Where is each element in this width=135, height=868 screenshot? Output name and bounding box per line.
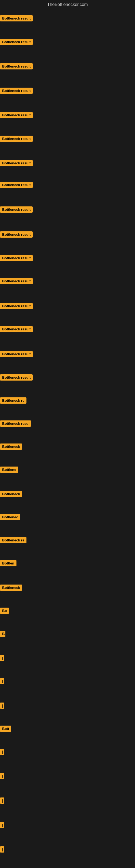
bottleneck-badge: Bottleneck re [0, 397, 27, 404]
bottleneck-badge: | [0, 798, 4, 804]
bottleneck-item: Bottlen [0, 560, 16, 567]
bottleneck-badge: Bottleneck re [0, 537, 27, 543]
bottleneck-item: Bottleneck result [0, 231, 33, 239]
bottleneck-badge: Bottleneck result [0, 278, 33, 284]
bottleneck-badge: | [0, 846, 4, 852]
bottleneck-badge: Bottleneck result [0, 135, 33, 142]
bottleneck-badge: | [0, 773, 4, 779]
bottleneck-badge: Bottlene [0, 467, 18, 473]
bottleneck-item: Bottleneck result [0, 255, 33, 262]
bottleneck-item: | [0, 846, 4, 854]
bottleneck-item: Bottleneck result [0, 15, 33, 23]
bottleneck-item: | [0, 773, 4, 780]
bottleneck-item: Bottleneck result [0, 326, 33, 333]
bottleneck-badge: Bottleneck result [0, 255, 33, 261]
bottleneck-item: Bottleneck re [0, 397, 27, 405]
bottleneck-item: | [0, 678, 4, 685]
site-title: TheBottlenecker.com [0, 0, 135, 9]
bottleneck-badge: Bottleneck [0, 585, 22, 591]
bottleneck-item: Bottleneck result [0, 351, 33, 358]
bottleneck-item: Bottleneck result [0, 39, 33, 46]
bottleneck-item: Bottleneck [0, 491, 22, 498]
bottleneck-badge: Bottleneck result [0, 374, 33, 380]
bottleneck-item: Bottleneck result [0, 374, 33, 382]
bottleneck-badge: Bottlenec [0, 514, 20, 520]
bottleneck-badge: Bott [0, 725, 11, 732]
bottleneck-badge: | [0, 678, 4, 684]
bottleneck-item: Bottleneck result [0, 88, 33, 95]
bottleneck-item: Bottleneck result [0, 112, 33, 119]
bottleneck-item: Bott [0, 725, 11, 733]
bottleneck-item: Bottleneck re [0, 537, 27, 545]
bottleneck-badge: Bottleneck result [0, 63, 33, 69]
bottleneck-item: | [0, 703, 4, 710]
bottleneck-item: Bottlenec [0, 514, 20, 521]
bottleneck-item: Bottlene [0, 467, 18, 474]
bottleneck-badge: | [0, 749, 4, 755]
bottleneck-item: | [0, 655, 4, 662]
bottleneck-item: Bottleneck result [0, 63, 33, 70]
bottleneck-badge: Bottleneck result [0, 326, 33, 332]
bottleneck-badge: | [0, 655, 4, 661]
bottleneck-badge: Bottleneck result [0, 207, 33, 213]
bottleneck-badge: Bottleneck result [0, 231, 33, 238]
bottleneck-item: | [0, 749, 4, 756]
bottleneck-item: Bo [0, 608, 9, 615]
bottleneck-badge: Bottleneck result [0, 351, 33, 357]
bottleneck-item: Bottleneck [0, 443, 22, 451]
bottleneck-item: | [0, 822, 4, 829]
bottleneck-badge: Bottleneck resul [0, 421, 31, 427]
bottleneck-item: Bottleneck resul [0, 421, 31, 428]
bottleneck-item: Bottleneck result [0, 135, 33, 143]
bottleneck-badge: | [0, 822, 4, 828]
bottleneck-badge: Bottlen [0, 560, 16, 566]
bottleneck-badge: Bottleneck result [0, 39, 33, 45]
bottleneck-item: Bottleneck result [0, 182, 33, 189]
bottleneck-item: | [0, 798, 4, 805]
bottleneck-badge: B [0, 631, 5, 637]
bottleneck-badge: Bo [0, 608, 9, 614]
bottleneck-badge: Bottleneck result [0, 15, 33, 22]
bottleneck-badge: Bottleneck result [0, 160, 33, 166]
bottleneck-badge: Bottleneck [0, 443, 22, 450]
bottleneck-item: Bottleneck result [0, 278, 33, 285]
bottleneck-item: Bottleneck [0, 585, 22, 592]
bottleneck-badge: | [0, 703, 4, 709]
bottleneck-item: Bottleneck result [0, 207, 33, 214]
bottleneck-item: Bottleneck result [0, 160, 33, 167]
bottleneck-item: Bottleneck result [0, 303, 33, 310]
bottleneck-badge: Bottleneck [0, 491, 22, 497]
bottleneck-badge: Bottleneck result [0, 88, 33, 94]
bottleneck-badge: Bottleneck result [0, 112, 33, 118]
bottleneck-badge: Bottleneck result [0, 182, 33, 188]
bottleneck-badge: Bottleneck result [0, 303, 33, 309]
bottleneck-item: B [0, 631, 5, 638]
